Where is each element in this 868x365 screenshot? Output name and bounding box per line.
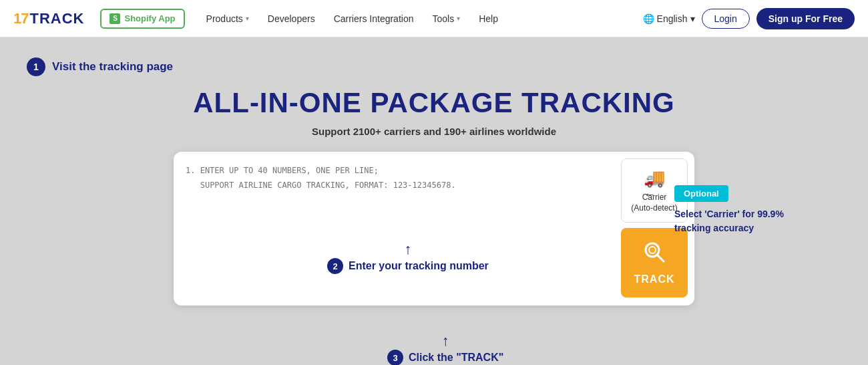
language-selector[interactable]: 🌐 English ▾ [643,13,695,24]
nav-help[interactable]: Help [471,9,506,28]
track-arrow-up: ↑ [442,334,449,348]
enter-text: Enter your tracking number [349,260,489,272]
navigation: 17 TRACK S Shopify App Products ▾ Develo… [0,0,868,37]
tracking-input[interactable] [180,158,614,299]
language-caret: ▾ [690,13,695,24]
enter-arrow-up: ↑ [404,242,411,257]
optional-arrow: ← [644,188,656,202]
step-3-badge: 3 [387,350,403,365]
tracking-container: 🚚 Carrier (Auto-detect) TRACK [174,152,694,306]
globe-icon: 🌐 [643,13,654,24]
shopify-icon: S [110,13,120,24]
login-button[interactable]: Login [702,9,750,29]
track-button[interactable]: TRACK [621,228,688,297]
step-2-badge: 2 [327,258,343,274]
tools-caret: ▾ [457,15,460,22]
annotation-track: ↑ 3 Click the "TRACK" [387,334,503,365]
nav-carriers[interactable]: Carriers Integration [326,9,422,28]
track-label: TRACK [634,273,675,285]
nav-right: 🌐 English ▾ Login Sign up For Free [643,8,855,29]
nav-products[interactable]: Products ▾ [198,9,257,28]
svg-line-1 [657,255,664,261]
signup-button[interactable]: Sign up For Free [756,8,855,29]
svg-point-2 [649,247,656,253]
step-1-badge: 1 [27,57,45,76]
logo-17: 17 [13,10,28,27]
step-1-label: 1 Visit the tracking page [27,57,841,76]
annotation-enter: ↑ 2 Enter your tracking number [327,242,489,274]
products-caret: ▾ [246,15,249,22]
logo: 17 TRACK [13,10,84,27]
optional-tag: Optional [674,185,728,202]
step-1-text: Visit the tracking page [52,60,173,74]
truck-icon: 🚚 [644,168,665,189]
shopify-app-button[interactable]: S Shopify App [100,9,184,29]
track-search-icon [643,241,666,268]
logo-track: TRACK [29,10,84,27]
page-subtitle: Support 2100+ carriers and 190+ airlines… [27,126,841,137]
main-content: 1 Visit the tracking page ALL-IN-ONE PAC… [0,37,868,319]
annotation-optional: ← Optional Select 'Carrier' for 99.9% tr… [674,185,795,235]
track-annotation-text: Click the "TRACK" [409,352,503,364]
track-text-row: 3 Click the "TRACK" [387,350,503,365]
shopify-label: Shopify App [124,13,175,23]
optional-text: Select 'Carrier' for 99.9% tracking accu… [674,207,795,235]
nav-developers[interactable]: Developers [260,9,323,28]
nav-tools[interactable]: Tools ▾ [424,9,468,28]
nav-links: Products ▾ Developers Carriers Integrati… [198,9,643,28]
page-title: ALL-IN-ONE PACKAGE TRACKING [27,87,841,119]
enter-text-row: 2 Enter your tracking number [327,258,489,274]
